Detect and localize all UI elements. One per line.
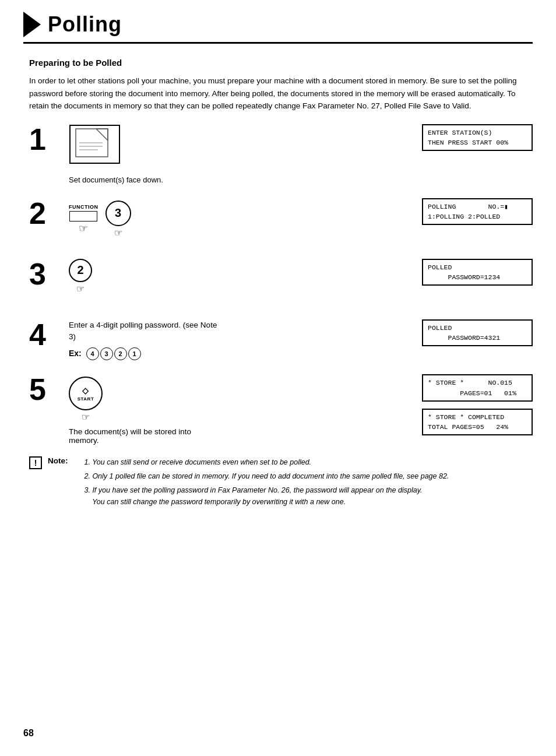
note-section: ! Note: 1. You can still send or receive… <box>29 456 533 510</box>
number-2-hand-icon: ☞ <box>76 283 85 294</box>
step-3-display: POLLED PASSWORD=1234 <box>404 259 533 286</box>
step-2-number: 2 <box>29 198 64 228</box>
steps-container: 1 <box>29 124 533 445</box>
step-5-number: 5 <box>29 374 64 405</box>
note-content: 1. You can still send or receive documen… <box>75 456 449 510</box>
number-3-button-wrap: 3 ☞ <box>105 201 131 238</box>
step-2-icon-area: FUNCTION ☞ 3 ☞ <box>69 198 197 238</box>
step-1-label: Set document(s) face down. <box>69 175 163 184</box>
step-1-icon-area: Set document(s) face down. <box>69 124 197 184</box>
note-item-3: 3. If you have set the polling password … <box>85 484 449 508</box>
number-2-button[interactable]: 2 <box>69 259 92 282</box>
step-5-display: * STORE * NO.015 PAGES=01 01% * STORE * … <box>404 374 533 435</box>
step-4-lcd: POLLED PASSWORD=4321 <box>422 319 533 347</box>
start-button[interactable]: ◇ START <box>69 377 103 410</box>
note-label: Note: <box>48 456 68 465</box>
step-5-lcd-1: * STORE * NO.015 PAGES=01 01% <box>422 374 533 402</box>
kbd-3: 3 <box>100 347 113 360</box>
step-2-display: POLLING NO.=▮ 1:POLLING 2:POLLED <box>404 198 533 226</box>
kbd-1: 1 <box>128 347 141 360</box>
start-diamond-icon: ◇ <box>82 386 89 395</box>
step-2-lcd: POLLING NO.=▮ 1:POLLING 2:POLLED <box>422 198 533 226</box>
number-3-button[interactable]: 3 <box>105 201 131 226</box>
step-1-content: Set document(s) face down. ENTER STATION… <box>69 124 533 184</box>
step-4-row: 4 Enter a 4-digit polling password. (see… <box>29 319 533 361</box>
step-4-ex: Ex: 4 3 2 1 <box>69 345 141 360</box>
function-hand-icon: ☞ <box>79 222 88 235</box>
intro-paragraph: In order to let other stations poll your… <box>29 75 533 112</box>
function-rect-icon <box>69 211 97 221</box>
step-2-content: FUNCTION ☞ 3 ☞ POLLING NO.=▮ 1:POLLING 2… <box>69 198 533 238</box>
start-hand-icon: ☞ <box>82 412 90 423</box>
start-button-container: ◇ START ☞ <box>69 377 103 423</box>
kbd-circles-row: 4 3 2 1 <box>86 347 141 360</box>
kbd-2: 2 <box>114 347 127 360</box>
step-3-icon-area: 2 ☞ <box>69 259 197 294</box>
start-label: START <box>78 396 94 402</box>
step-4-text: Enter a 4-digit polling password. (see N… <box>69 319 220 343</box>
step-4-icon-area: Enter a 4-digit polling password. (see N… <box>69 319 220 361</box>
step-5-content: ◇ START ☞ The document(s) will be stored… <box>69 374 533 445</box>
step-1-number: 1 <box>29 124 64 154</box>
function-button: FUNCTION ☞ <box>69 204 98 235</box>
page-header: Polling <box>23 12 533 44</box>
number-2-button-wrap: 2 ☞ <box>69 259 92 294</box>
note-item-1: 1. You can still send or receive documen… <box>85 456 449 468</box>
section-subtitle: Preparing to be Polled <box>29 58 533 68</box>
function-label: FUNCTION <box>69 204 98 210</box>
step-3-lcd: POLLED PASSWORD=1234 <box>422 259 533 286</box>
step-3-content: 2 ☞ POLLED PASSWORD=1234 <box>69 259 533 294</box>
step-3-number: 3 <box>29 259 64 289</box>
step-1-row: 1 <box>29 124 533 184</box>
step-1-lcd: ENTER STATION(S) THEN PRESS START 00% <box>422 124 533 152</box>
document-icon <box>69 124 121 170</box>
step-5-lcd-2: * STORE * COMPLETED TOTAL PAGES=05 24% <box>422 409 533 436</box>
step-1-display: ENTER STATION(S) THEN PRESS START 00% <box>404 124 533 152</box>
function-button-row: FUNCTION ☞ 3 ☞ <box>69 201 131 238</box>
page-number: 68 <box>23 728 34 739</box>
step-4-number: 4 <box>29 319 64 350</box>
page-title: Polling <box>48 12 122 37</box>
step-5-icon-area: ◇ START ☞ The document(s) will be stored… <box>69 374 197 445</box>
step-5-subtext: The document(s) will be stored into memo… <box>69 427 197 445</box>
note-icon: ! <box>29 456 42 469</box>
note-item-2: 2. Only 1 polled file can be stored in m… <box>85 470 449 482</box>
kbd-4: 4 <box>86 347 99 360</box>
number-3-hand-icon: ☞ <box>114 227 122 238</box>
header-triangle-icon <box>23 12 41 37</box>
step-2-row: 2 FUNCTION ☞ 3 ☞ POLLING NO.= <box>29 198 533 245</box>
step-4-display: POLLED PASSWORD=4321 <box>404 319 533 347</box>
step-3-row: 3 2 ☞ POLLED PASSWORD=1234 <box>29 259 533 305</box>
step-5-row: 5 ◇ START ☞ The document(s) will be stor… <box>29 374 533 445</box>
step-4-content: Enter a 4-digit polling password. (see N… <box>69 319 533 361</box>
